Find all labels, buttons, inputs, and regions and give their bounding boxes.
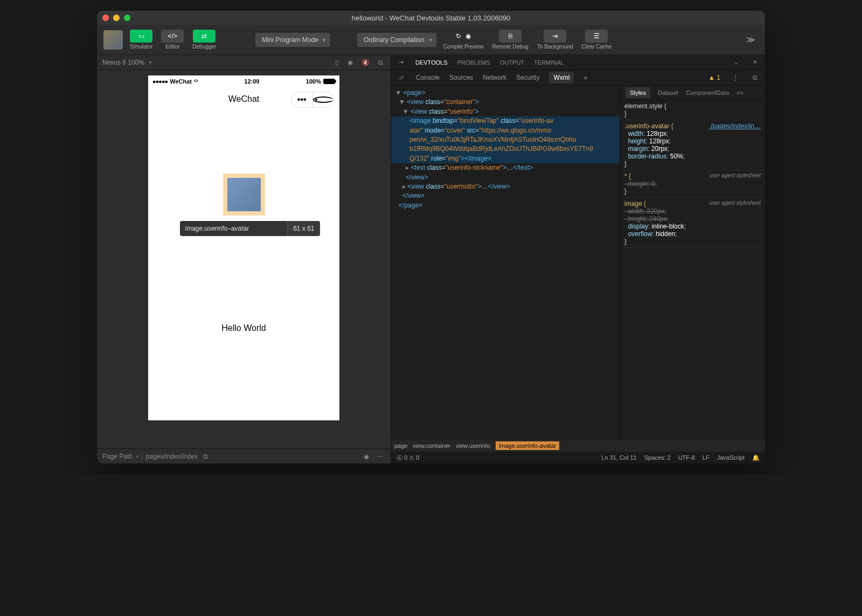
titlebar: helloworld - WeChat Devtools Stable 1.03… bbox=[97, 11, 765, 25]
editor-statusbar: ⓧ 0 ⚠ 0 Ln 31, Col 11 Spaces: 2 UTF-8 LF… bbox=[391, 452, 765, 463]
motto-text: Hello World bbox=[148, 323, 339, 333]
user-avatar[interactable] bbox=[103, 30, 123, 50]
indent-setting[interactable]: Spaces: 2 bbox=[644, 454, 671, 461]
app-window: helloworld - WeChat Devtools Stable 1.03… bbox=[97, 11, 765, 463]
rule-star[interactable]: * {user agent stylesheet margin: 0; } bbox=[620, 170, 765, 198]
traffic-lights bbox=[102, 15, 130, 21]
tab-security[interactable]: Security bbox=[516, 74, 539, 81]
compilation-dropdown[interactable]: Ordinary Compilation bbox=[357, 33, 436, 47]
to-background-label: To Background bbox=[537, 44, 573, 50]
compile-preview-label: Compile Preview bbox=[443, 44, 484, 50]
kebab-icon[interactable]: ⋮ bbox=[730, 74, 741, 81]
dock-icon[interactable]: ⧉ bbox=[750, 74, 760, 81]
styles-panel: Styles Dataset ComponentData >> element.… bbox=[620, 85, 765, 440]
page-path-value: pages/index/index bbox=[146, 453, 198, 460]
refresh-icon: ↻ bbox=[456, 32, 461, 40]
warning-badge[interactable]: ▲ 1 bbox=[708, 74, 720, 81]
toolbar-overflow-icon[interactable]: ≫ bbox=[743, 34, 759, 45]
simulator-canvas: ●●●●●WeChat⌔ 12:09 100% WeChat ••• bbox=[97, 70, 391, 448]
source-link[interactable]: ./pages/index/in… bbox=[709, 122, 761, 130]
clear-cache-button[interactable]: ☰Clear Cache bbox=[580, 30, 614, 50]
carrier-label: WeChat bbox=[170, 78, 192, 85]
devtools-subtabs: ⬀ Console Sources Network Security Wxml … bbox=[391, 70, 765, 85]
breadcrumb: page view.container view.userinfo image.… bbox=[391, 440, 765, 452]
bell-icon[interactable]: 🔔 bbox=[752, 454, 760, 461]
tab-console[interactable]: Console bbox=[416, 74, 440, 81]
crumb-userinfo[interactable]: view.userinfo bbox=[456, 442, 490, 449]
tab-terminal[interactable]: TERMINAL bbox=[534, 59, 564, 66]
tab-devtools[interactable]: DEVTOOLS bbox=[415, 59, 448, 66]
remote-debug-label: Remote Debug bbox=[492, 44, 529, 50]
capsule-button[interactable]: ••• bbox=[291, 92, 334, 108]
tab-dataset[interactable]: Dataset bbox=[658, 89, 678, 96]
inspect-tooltip: image.userinfo–avatar 61 x 61 bbox=[180, 221, 320, 236]
styles-overflow[interactable]: >> bbox=[736, 89, 743, 96]
tab-output[interactable]: OUTPUT bbox=[500, 59, 524, 66]
simulator-label: Simulator bbox=[130, 44, 152, 50]
devtools-panel: ⇥ DEVTOOLS PROBLEMS OUTPUT TERMINAL ⌄ ✕ … bbox=[391, 55, 765, 463]
errors-badge[interactable]: ⓧ 0 ⚠ 0 bbox=[397, 454, 419, 462]
avatar-highlight bbox=[223, 174, 265, 216]
battery-icon bbox=[323, 79, 335, 84]
simulator-footer: Page Path▾ | pages/index/index ⧉ ◉ ⋯ bbox=[97, 448, 391, 463]
eye-icon: ◉ bbox=[465, 32, 471, 40]
minimize-window-button[interactable] bbox=[113, 15, 120, 21]
remote-debug-button[interactable]: ⎘Remote Debug bbox=[491, 30, 530, 50]
clock: 12:09 bbox=[244, 78, 259, 85]
wxml-tree[interactable]: ▼ <page> ▼ <view class="container"> ▼ <v… bbox=[391, 85, 620, 440]
inspect-cursor-icon[interactable]: ⬀ bbox=[397, 74, 406, 81]
debugger-button[interactable]: ⇄Debugger bbox=[191, 30, 218, 50]
compile-button[interactable]: ↻◉Compile Preview bbox=[442, 30, 485, 50]
editor-button[interactable]: </>Editor bbox=[159, 30, 185, 50]
signal-icon: ●●●●● bbox=[152, 78, 168, 85]
more-icon[interactable]: ⋯ bbox=[374, 453, 385, 460]
battery-percent: 100% bbox=[306, 78, 321, 85]
window-title: helloworld - WeChat Devtools Stable 1.03… bbox=[97, 14, 765, 22]
simulator-header: Nexus 6 100%▾ ▯ ◉ 🔇 ⧉ bbox=[97, 55, 391, 70]
phone-statusbar: ●●●●●WeChat⌔ 12:09 100% bbox=[148, 75, 339, 87]
tab-problems[interactable]: PROBLEMS bbox=[457, 59, 490, 66]
chevron-down-icon[interactable]: ⌄ bbox=[732, 59, 741, 66]
crumb-container[interactable]: view.container bbox=[413, 442, 450, 449]
tab-componentdata[interactable]: ComponentData bbox=[686, 89, 729, 96]
rule-element-style[interactable]: element.style {} bbox=[620, 100, 765, 120]
cursor-position[interactable]: Ln 31, Col 11 bbox=[601, 454, 636, 461]
eol-setting[interactable]: LF bbox=[703, 454, 710, 461]
avatar-image[interactable] bbox=[227, 178, 261, 211]
tab-styles[interactable]: Styles bbox=[625, 87, 650, 98]
copy-path-icon[interactable]: ⧉ bbox=[201, 453, 210, 460]
device-selector[interactable]: Nexus 6 100% bbox=[102, 59, 144, 66]
capsule-menu-icon[interactable]: ••• bbox=[291, 92, 313, 107]
inspect-selector: image.userinfo–avatar bbox=[180, 225, 288, 232]
main-toolbar: ▭Simulator </>Editor ⇄Debugger Mini Prog… bbox=[97, 25, 765, 55]
tab-wxml[interactable]: Wxml bbox=[549, 72, 574, 84]
tab-sources[interactable]: Sources bbox=[449, 74, 473, 81]
userinfo-section: image.userinfo–avatar 61 x 61 bbox=[148, 174, 339, 216]
close-panel-icon[interactable]: ✕ bbox=[750, 59, 760, 66]
maximize-window-button[interactable] bbox=[124, 15, 130, 21]
program-mode-dropdown[interactable]: Mini Program Mode bbox=[255, 33, 330, 47]
tabs-overflow-icon[interactable]: » bbox=[583, 74, 587, 81]
phone-navbar: WeChat ••• bbox=[148, 87, 339, 111]
encoding-setting[interactable]: UTF-8 bbox=[678, 454, 695, 461]
capsule-close-icon[interactable] bbox=[313, 96, 334, 103]
clear-cache-label: Clear Cache bbox=[582, 44, 612, 50]
mute-icon[interactable]: 🔇 bbox=[359, 59, 372, 66]
close-window-button[interactable] bbox=[102, 15, 109, 21]
record-icon[interactable]: ◉ bbox=[345, 59, 355, 66]
panel-toggle-icon[interactable]: ⇥ bbox=[397, 59, 406, 66]
visibility-icon[interactable]: ◉ bbox=[362, 453, 371, 460]
tab-network[interactable]: Network bbox=[483, 74, 506, 81]
wifi-icon: ⌔ bbox=[194, 78, 198, 85]
copy-icon[interactable]: ⧉ bbox=[376, 59, 385, 66]
crumb-avatar[interactable]: image.userinfo-avatar bbox=[496, 441, 559, 450]
rule-userinfo-avatar[interactable]: .userinfo-avatar {./pages/index/in… widt… bbox=[620, 120, 765, 170]
simulator-button[interactable]: ▭Simulator bbox=[128, 30, 154, 50]
device-icon[interactable]: ▯ bbox=[333, 59, 341, 66]
debugger-label: Debugger bbox=[192, 44, 216, 50]
language-mode[interactable]: JavaScript bbox=[717, 454, 745, 461]
inspect-dimensions: 61 x 61 bbox=[287, 221, 319, 236]
crumb-page[interactable]: page bbox=[394, 442, 407, 449]
rule-image[interactable]: image {user agent stylesheet width: 320p… bbox=[620, 198, 765, 248]
to-background-button[interactable]: ⇥To Background bbox=[536, 30, 575, 50]
